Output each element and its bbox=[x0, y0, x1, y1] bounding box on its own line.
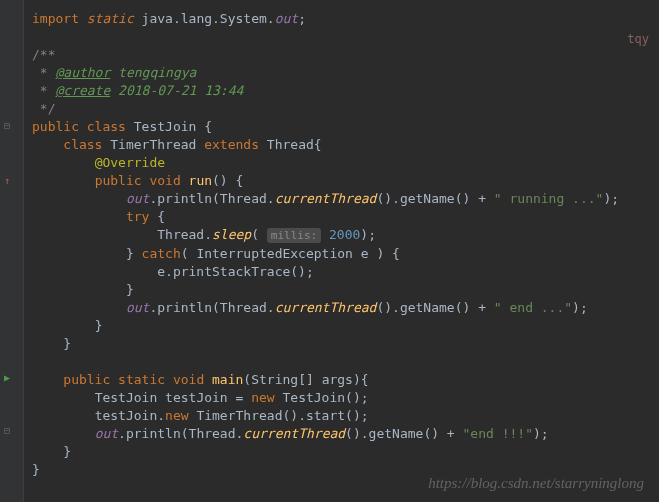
keyword: catch bbox=[142, 246, 181, 261]
string-literal: "end !!!" bbox=[463, 426, 533, 441]
string-literal: " end ..." bbox=[494, 300, 572, 315]
string-literal: " running ..." bbox=[494, 191, 604, 206]
doc-author: tengqingya bbox=[118, 65, 196, 80]
fold-icon[interactable]: ⊟ bbox=[4, 120, 10, 131]
keyword: class bbox=[63, 137, 102, 152]
doc-tag-author: @author bbox=[55, 65, 110, 80]
method-call: printStackTrace bbox=[173, 264, 290, 279]
keyword: public bbox=[32, 119, 79, 134]
keyword: public bbox=[63, 372, 110, 387]
method-name: main bbox=[212, 372, 243, 387]
brace: } bbox=[63, 444, 71, 459]
keyword: try bbox=[126, 209, 149, 224]
code-editor[interactable]: import static java.lang.System.out; /** … bbox=[0, 0, 659, 489]
keyword: void bbox=[149, 173, 180, 188]
reviewer-badge: tqy bbox=[627, 32, 649, 46]
keyword: static bbox=[118, 372, 165, 387]
field: out bbox=[95, 426, 118, 441]
doc-comment: /** bbox=[32, 47, 55, 62]
keyword: class bbox=[87, 119, 126, 134]
method-call: println bbox=[157, 191, 212, 206]
field: out bbox=[126, 300, 149, 315]
static-method: sleep bbox=[212, 227, 251, 242]
param-hint: millis: bbox=[267, 228, 321, 243]
method-call: println bbox=[126, 426, 181, 441]
class-name: TestJoin bbox=[134, 119, 197, 134]
brace: } bbox=[32, 462, 40, 477]
keyword: import bbox=[32, 11, 79, 26]
brace: } bbox=[63, 336, 71, 351]
editor-gutter: ⊟ ↑ ▶ ⊟ bbox=[0, 0, 24, 502]
class-name: TimerThread bbox=[110, 137, 196, 152]
keyword: new bbox=[165, 408, 188, 423]
field: out bbox=[126, 191, 149, 206]
brace: } bbox=[126, 282, 134, 297]
doc-close: */ bbox=[32, 101, 55, 116]
static-method: currentThread bbox=[275, 191, 377, 206]
keyword: extends bbox=[204, 137, 259, 152]
fold-icon[interactable]: ⊟ bbox=[4, 425, 10, 436]
watermark: https://blog.csdn.net/starryninglong bbox=[428, 475, 644, 492]
static-method: currentThread bbox=[243, 426, 345, 441]
keyword: new bbox=[251, 390, 274, 405]
keyword: public bbox=[95, 173, 142, 188]
number-literal: 2000 bbox=[329, 227, 360, 242]
static-method: currentThread bbox=[275, 300, 377, 315]
brace: } bbox=[95, 318, 103, 333]
method-call: start bbox=[306, 408, 345, 423]
method-name: run bbox=[189, 173, 212, 188]
keyword: void bbox=[173, 372, 204, 387]
run-icon[interactable]: ▶ bbox=[4, 372, 10, 383]
doc-tag-create: @create bbox=[55, 83, 110, 98]
override-icon[interactable]: ↑ bbox=[4, 175, 10, 186]
method-call: println bbox=[157, 300, 212, 315]
import-path: java.lang.System. bbox=[142, 11, 275, 26]
doc-date: 2018-07-21 13:44 bbox=[118, 83, 243, 98]
parent-class: Thread bbox=[267, 137, 314, 152]
field: out bbox=[275, 11, 298, 26]
keyword: static bbox=[87, 11, 134, 26]
annotation: @Override bbox=[95, 155, 165, 170]
